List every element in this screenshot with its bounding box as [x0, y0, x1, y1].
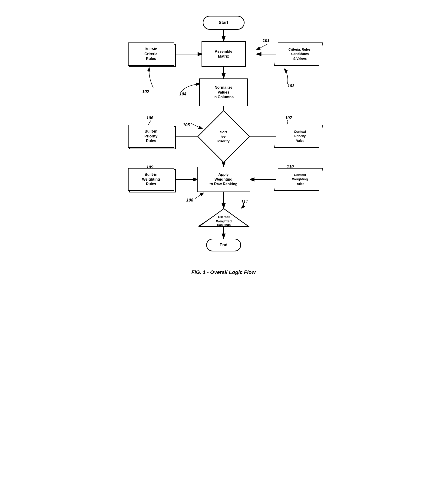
- svg-text:Rankings: Rankings: [217, 223, 231, 227]
- assemble-matrix-shape: AssembleMatrix: [202, 41, 246, 67]
- label-111: 111: [241, 200, 248, 204]
- built-in-weighting-container: Built-inWeightingRules: [128, 168, 174, 191]
- built-in-criteria-container: Built-inCriteriaRules: [128, 42, 174, 66]
- svg-text:Weighted: Weighted: [216, 219, 232, 223]
- label-108: 108: [186, 198, 194, 203]
- end-shape: End: [206, 239, 241, 252]
- criteria-rules-candidates-shape: Criteria, Rules,Candidates& Values: [274, 42, 323, 66]
- page-container: Start AssembleMatrix NormalizeValuesin C…: [112, 9, 335, 285]
- figure-caption: FIG. 1 - Overall Logic Flow: [112, 269, 335, 285]
- normalize-shape: NormalizeValuesin Columns: [199, 78, 248, 106]
- label-104: 104: [179, 92, 186, 97]
- label-107: 107: [285, 116, 292, 121]
- extract-triangle-svg: Extract Weighted Rankings: [198, 208, 250, 228]
- label-102: 102: [142, 89, 149, 94]
- start-shape: Start: [203, 16, 245, 30]
- label-105: 105: [183, 123, 190, 127]
- label-103: 103: [288, 84, 294, 89]
- svg-text:Extract: Extract: [218, 215, 230, 219]
- built-in-priority-container: Built-inPriorityRules: [128, 125, 174, 148]
- diagram-area: Start AssembleMatrix NormalizeValuesin C…: [112, 9, 335, 260]
- label-110: 110: [287, 164, 294, 169]
- apply-weighting-shape: ApplyWeightingto Raw Ranking: [197, 167, 250, 192]
- context-weighting-rules-shape: ContextWeightingRules: [274, 168, 323, 191]
- label-106: 106: [146, 116, 154, 121]
- label-101: 101: [263, 38, 270, 43]
- sort-diamond-text: SortbyPriority: [205, 118, 242, 155]
- context-priority-rules-shape: ContextPriorityRules: [274, 125, 323, 148]
